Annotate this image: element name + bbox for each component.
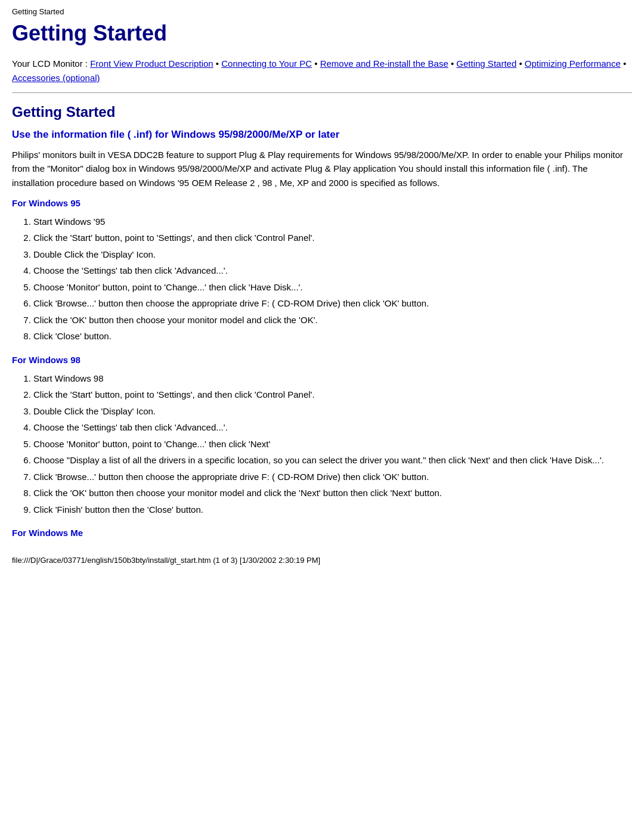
windows-98-heading: For Windows 98: [12, 355, 632, 365]
list-item: Click the 'OK' button then choose your m…: [33, 485, 632, 501]
breadcrumb-link-remove[interactable]: Remove and Re-install the Base: [320, 58, 448, 69]
windows-98-steps: Start Windows 98 Click the 'Start' butto…: [33, 371, 632, 518]
windows-95-section: For Windows 95 Start Windows '95 Click t…: [12, 198, 632, 344]
list-item: Start Windows '95: [33, 214, 632, 230]
list-item: Choose "Display a list of all the driver…: [33, 453, 632, 468]
list-item: Choose the 'Settings' tab then click 'Ad…: [33, 420, 632, 435]
section-title: Getting Started: [12, 104, 632, 120]
breadcrumb: Your LCD Monitor : Front View Product De…: [12, 57, 632, 85]
list-item: Choose 'Monitor' button, point to 'Chang…: [33, 436, 632, 452]
divider: [12, 92, 632, 93]
list-item: Click 'Finish' button then the 'Close' b…: [33, 502, 632, 518]
list-item: Choose the 'Settings' tab then click 'Ad…: [33, 263, 632, 278]
status-bar: file:///D|/Grace/03771/english/150b3bty/…: [12, 556, 632, 565]
browser-tab: Getting Started: [12, 7, 632, 16]
list-item: Click 'Close' button.: [33, 329, 632, 344]
breadcrumb-link-accessories[interactable]: Accessories (optional): [12, 73, 100, 83]
windows-me-heading: For Windows Me: [12, 528, 632, 538]
list-item: Start Windows 98: [33, 371, 632, 386]
breadcrumb-link-optimizing[interactable]: Optimizing Performance: [525, 58, 621, 69]
list-item: Click the 'OK' button then choose your m…: [33, 312, 632, 328]
windows-95-steps: Start Windows '95 Click the 'Start' butt…: [33, 214, 632, 344]
list-item: Double Click the 'Display' Icon.: [33, 247, 632, 262]
body-text: Philips' monitors built in VESA DDC2B fe…: [12, 148, 632, 190]
windows-95-heading: For Windows 95: [12, 198, 632, 208]
windows-me-section: For Windows Me: [12, 528, 632, 538]
windows-98-section: For Windows 98 Start Windows 98 Click th…: [12, 355, 632, 518]
list-item: Click 'Browse...' button then choose the…: [33, 469, 632, 485]
list-item: Click 'Browse...' button then choose the…: [33, 296, 632, 311]
breadcrumb-link-connecting[interactable]: Connecting to Your PC: [221, 58, 312, 69]
page-title: Getting Started: [12, 21, 632, 46]
breadcrumb-prefix: Your LCD Monitor :: [12, 58, 90, 69]
list-item: Click the 'Start' button, point to 'Sett…: [33, 230, 632, 246]
list-item: Double Click the 'Display' Icon.: [33, 404, 632, 419]
breadcrumb-link-front-view[interactable]: Front View Product Description: [90, 58, 213, 69]
breadcrumb-link-getting-started[interactable]: Getting Started: [456, 58, 516, 69]
subsection-title: Use the information file ( .inf) for Win…: [12, 129, 632, 141]
list-item: Click the 'Start' button, point to 'Sett…: [33, 387, 632, 402]
list-item: Choose 'Monitor' button, point to 'Chang…: [33, 280, 632, 295]
